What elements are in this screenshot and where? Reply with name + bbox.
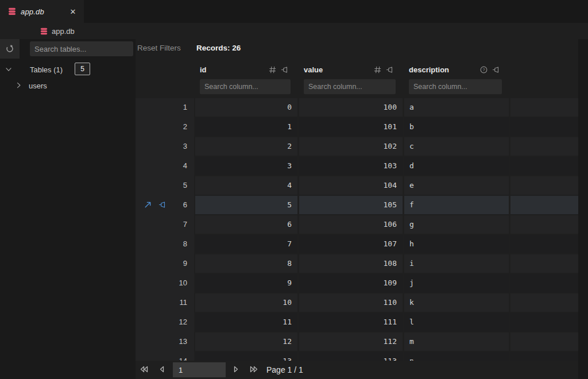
cell-value[interactable]: 106: [299, 215, 403, 234]
cell-description[interactable]: h: [404, 235, 509, 253]
cell-description[interactable]: d: [404, 157, 509, 175]
row-number: 1: [136, 98, 194, 117]
table-row[interactable]: 32102c: [136, 137, 578, 156]
cell-id[interactable]: 8: [195, 254, 297, 273]
cell-id[interactable]: 1: [195, 118, 297, 136]
cell-empty: [510, 293, 578, 312]
cell-value[interactable]: 108: [299, 254, 403, 273]
cell-id[interactable]: 2: [195, 137, 297, 156]
tab-app-db[interactable]: app.db ✕: [0, 0, 84, 23]
cell-description[interactable]: j: [404, 274, 509, 292]
table-row[interactable]: 43103d: [136, 157, 578, 175]
cell-id[interactable]: 9: [195, 274, 297, 292]
cell-value[interactable]: 109: [299, 274, 403, 292]
cell-id[interactable]: 11: [195, 313, 297, 331]
pin-row-icon: [158, 200, 167, 209]
refresh-button[interactable]: [0, 39, 20, 59]
tables-sidebar: Tables (1) 5 users: [0, 39, 136, 379]
page-number-input[interactable]: [173, 362, 226, 377]
column-search-input-description[interactable]: [409, 79, 502, 94]
sidebar-item-tables[interactable]: Tables (1) 5: [0, 62, 136, 77]
table-row[interactable]: 87107h: [136, 235, 578, 253]
table-row[interactable]: 1312112m: [136, 332, 578, 351]
cell-description[interactable]: b: [404, 118, 509, 136]
table-row[interactable]: 10100a: [136, 98, 578, 117]
cell-description[interactable]: f: [404, 196, 509, 214]
row-number: 6: [136, 196, 194, 214]
column-name: description: [409, 65, 449, 74]
cell-id[interactable]: 0: [195, 98, 297, 117]
row-number: 13: [136, 332, 194, 351]
table-row[interactable]: 98108i: [136, 254, 578, 273]
cell-id[interactable]: 6: [195, 215, 297, 234]
cell-empty: [510, 176, 578, 195]
cell-description[interactable]: g: [404, 215, 509, 234]
cell-value[interactable]: 101: [299, 118, 403, 136]
next-page-button[interactable]: [231, 365, 241, 375]
table-row[interactable]: 1413113n: [136, 352, 578, 361]
data-grid: id value description ?: [136, 0, 588, 379]
pin-icon: [281, 65, 289, 74]
table-row[interactable]: 1110110k: [136, 293, 578, 312]
cell-empty: [510, 196, 578, 214]
scrollbar-track[interactable]: [578, 39, 588, 379]
cell-description[interactable]: c: [404, 137, 509, 156]
cell-id[interactable]: 5: [195, 196, 297, 214]
cell-id[interactable]: 13: [195, 352, 297, 361]
cell-description[interactable]: m: [404, 332, 509, 351]
cell-value[interactable]: 104: [299, 176, 403, 195]
table-row[interactable]: 6 5105f: [136, 196, 578, 214]
column-search-input-value[interactable]: [304, 79, 396, 94]
cell-value[interactable]: 111: [299, 313, 403, 331]
cell-value[interactable]: 103: [299, 157, 403, 175]
cell-description[interactable]: n: [404, 352, 509, 361]
row-actions[interactable]: [144, 200, 167, 209]
cell-id[interactable]: 12: [195, 332, 297, 351]
cell-description[interactable]: k: [404, 293, 509, 312]
row-number: 12: [136, 313, 194, 331]
table-row[interactable]: 76106g: [136, 215, 578, 234]
table-row[interactable]: 54104e: [136, 176, 578, 195]
cell-value[interactable]: 105: [299, 196, 403, 214]
page-indicator: Page 1 / 1: [266, 361, 303, 379]
search-tables-input[interactable]: [30, 41, 133, 56]
breadcrumb-item[interactable]: app.db: [52, 27, 75, 36]
cell-description[interactable]: e: [404, 176, 509, 195]
column-header-description[interactable]: description ?: [404, 62, 509, 77]
close-icon[interactable]: ✕: [67, 0, 79, 23]
row-number: 10: [136, 274, 194, 292]
cell-value[interactable]: 112: [299, 332, 403, 351]
prev-page-button[interactable]: [157, 365, 167, 375]
first-page-button[interactable]: [139, 365, 150, 375]
cell-description[interactable]: l: [404, 313, 509, 331]
cell-value[interactable]: 113: [299, 352, 403, 361]
row-number: 14: [136, 352, 194, 361]
cell-value[interactable]: 100: [299, 98, 403, 117]
cell-id[interactable]: 4: [195, 176, 297, 195]
cell-id[interactable]: 10: [195, 293, 297, 312]
cell-empty: [510, 98, 578, 117]
cell-empty: [510, 332, 578, 351]
column-search-input-id[interactable]: [200, 79, 291, 94]
cell-id[interactable]: 3: [195, 157, 297, 175]
last-page-button[interactable]: [248, 365, 259, 375]
refresh-icon: [5, 44, 14, 53]
svg-text:?: ?: [482, 67, 485, 72]
column-header-value[interactable]: value: [299, 62, 403, 77]
column-header-id[interactable]: id: [195, 62, 297, 77]
cell-description[interactable]: i: [404, 254, 509, 273]
cell-empty: [510, 215, 578, 234]
cell-value[interactable]: 107: [299, 235, 403, 253]
table-row[interactable]: 1211111l: [136, 313, 578, 331]
cell-empty: [510, 313, 578, 331]
cell-description[interactable]: a: [404, 98, 509, 117]
table-row[interactable]: 21101b: [136, 118, 578, 136]
cell-empty: [510, 118, 578, 136]
sidebar-item-users[interactable]: users: [0, 78, 136, 93]
cell-value[interactable]: 110: [299, 293, 403, 312]
table-row[interactable]: 109109j: [136, 274, 578, 292]
table-name-label: users: [29, 82, 47, 90]
cell-id[interactable]: 7: [195, 235, 297, 253]
first-page-icon: [139, 365, 150, 374]
cell-value[interactable]: 102: [299, 137, 403, 156]
